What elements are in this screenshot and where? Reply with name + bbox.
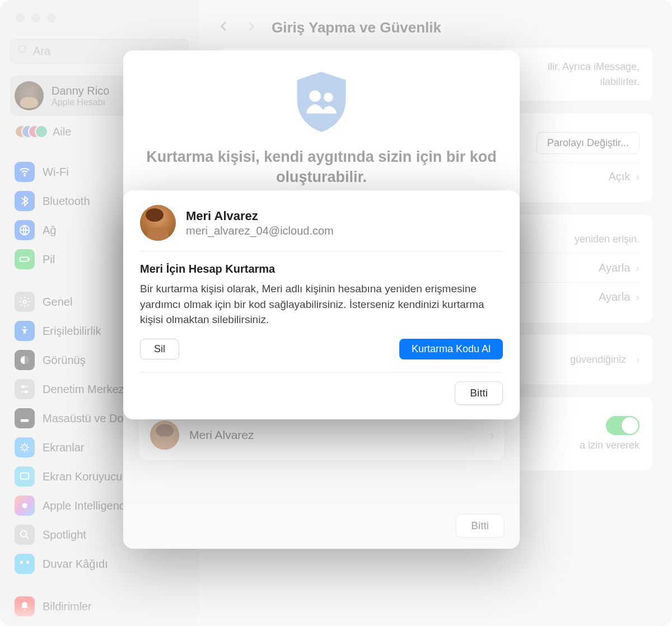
back-button[interactable] <box>218 17 230 38</box>
status-open[interactable]: Açık› <box>608 170 640 183</box>
header-bar: Giriş Yapma ve Güvenlik <box>218 11 653 48</box>
dialog-body-text: Bir kurtarma kişisi olarak, Meri adlı ki… <box>140 281 503 328</box>
svg-line-18 <box>26 536 29 539</box>
dock-icon <box>15 408 35 428</box>
avatar <box>15 81 44 110</box>
info-fragment: güvendiğiniz <box>570 354 626 366</box>
delete-button[interactable]: Sil <box>140 339 179 359</box>
svg-point-0 <box>19 46 26 53</box>
change-password-button[interactable]: Parolayı Değiştir... <box>536 132 640 154</box>
svg-point-6 <box>23 300 26 303</box>
svg-rect-5 <box>29 258 30 260</box>
battery-icon <box>15 249 35 269</box>
minimize-window-icon[interactable] <box>31 13 40 22</box>
setup-link[interactable]: Ayarla› <box>599 291 640 303</box>
svg-point-20 <box>324 92 333 102</box>
done-button[interactable]: Bitti <box>455 381 503 405</box>
forward-button[interactable] <box>245 17 257 38</box>
shield-people-icon <box>292 69 351 134</box>
svg-point-14 <box>22 445 27 450</box>
info-fragment: yeniden erişin. <box>575 233 640 245</box>
bluetooth-icon <box>15 191 35 211</box>
account-sub: Apple Hesabı <box>52 97 109 108</box>
family-avatars-icon <box>15 124 46 139</box>
svg-point-16 <box>22 503 27 508</box>
sparkle-icon <box>15 496 35 516</box>
sheet-headline: Kurtarma kişisi, kendi aygıtında sizin i… <box>139 147 504 188</box>
family-label: Aile <box>53 125 71 138</box>
screensaver-icon <box>15 466 35 487</box>
toggle-switch[interactable] <box>606 416 640 435</box>
traffic-lights <box>16 13 56 22</box>
zoom-window-icon[interactable] <box>47 13 56 22</box>
sidebar-item-wallpaper[interactable]: Duvar Kâğıdı <box>10 550 189 577</box>
gear-icon <box>15 292 35 312</box>
accessibility-icon <box>15 321 35 341</box>
close-window-icon[interactable] <box>16 13 25 22</box>
dialog-title: Meri İçin Hesap Kurtarma <box>140 263 503 275</box>
sidebar-item-notifications[interactable]: Bildirimler <box>10 593 189 620</box>
chevron-right-icon: › <box>636 291 640 303</box>
chevron-right-icon: › <box>636 261 640 274</box>
svg-point-2 <box>24 175 25 176</box>
recovery-contact-dialog: Meri Alvarez meri_alvarez_04@icloud.com … <box>123 190 520 419</box>
info-fragment: a izin vererek <box>580 440 640 451</box>
wallpaper-icon <box>15 554 35 574</box>
chevron-right-icon: › <box>490 428 494 442</box>
bell-icon <box>15 596 35 616</box>
svg-point-7 <box>24 326 26 329</box>
svg-rect-4 <box>20 257 29 261</box>
wifi-icon <box>15 162 35 182</box>
svg-point-11 <box>22 386 24 388</box>
dialog-contact-email: meri_alvarez_04@icloud.com <box>186 225 334 237</box>
chevron-right-icon: › <box>636 170 640 183</box>
svg-rect-15 <box>21 473 29 479</box>
page-title: Giriş Yapma ve Güvenlik <box>272 19 441 36</box>
settings-window: Ara Danny Rico Apple Hesabı Aile Wi-Fi B… <box>0 0 672 626</box>
search-placeholder: Ara <box>33 45 50 58</box>
svg-point-17 <box>21 531 27 537</box>
svg-point-12 <box>25 391 27 393</box>
svg-rect-13 <box>21 419 29 422</box>
sliders-icon <box>15 379 35 399</box>
svg-point-19 <box>309 90 321 102</box>
svg-line-1 <box>25 52 27 54</box>
setup-link[interactable]: Ayarla› <box>599 261 640 274</box>
sidebar-item-sound[interactable]: Ses <box>10 622 189 626</box>
search-icon <box>17 44 29 58</box>
get-recovery-code-button[interactable]: Kurtarma Kodu Al <box>399 339 503 359</box>
contact-name: Meri Alvarez <box>189 428 254 442</box>
account-name: Danny Rico <box>52 85 109 97</box>
contact-avatar <box>140 205 176 241</box>
dialog-contact-name: Meri Alvarez <box>186 209 334 223</box>
contact-avatar <box>150 421 179 450</box>
done-button[interactable]: Bitti <box>456 514 504 538</box>
globe-icon <box>15 220 35 240</box>
appearance-icon <box>15 350 35 370</box>
displays-icon <box>15 437 35 457</box>
chevron-right-icon: › <box>636 354 640 366</box>
spotlight-icon <box>15 525 35 545</box>
